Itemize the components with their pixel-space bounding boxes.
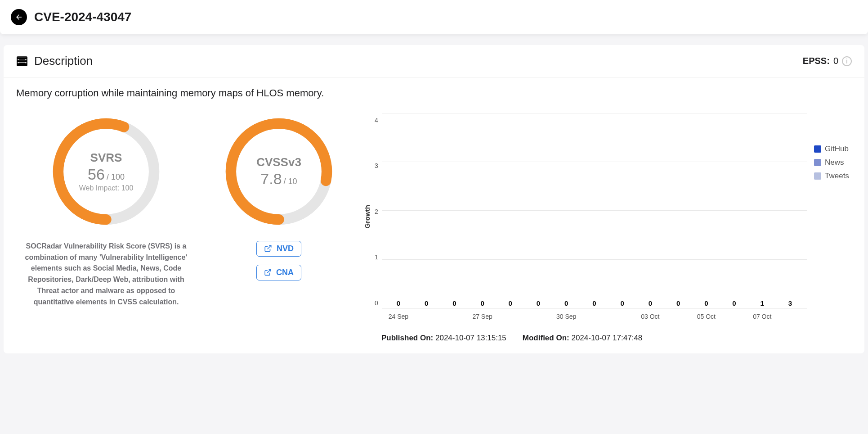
modified-label: Modified On:: [523, 334, 569, 342]
chart-bar: 0: [664, 299, 692, 308]
list-icon: [16, 55, 28, 67]
chart-xaxis: 24 Sep27 Sep30 Sep03 Oct05 Oct07 Oct: [382, 308, 807, 320]
chart-bar: 0: [608, 299, 636, 308]
info-icon[interactable]: i: [842, 56, 852, 66]
description-card: Description EPSS: 0 i Memory corruption …: [4, 45, 864, 353]
cna-label: CNA: [276, 268, 294, 277]
modified-value: 2024-10-07 17:47:48: [571, 334, 642, 342]
svrs-value: 56: [88, 166, 105, 183]
back-button[interactable]: [11, 9, 27, 25]
chart-plot: 000000000000013: [382, 113, 807, 308]
chart-bar: 3: [776, 299, 804, 308]
chart-bar: 0: [385, 299, 412, 308]
epss-value: 0: [833, 56, 838, 66]
legend-item[interactable]: GitHub: [814, 145, 852, 154]
cvss-title: CVSSv3: [256, 155, 301, 169]
cna-link[interactable]: CNA: [256, 265, 301, 280]
cvss-value: 7.8: [260, 170, 282, 188]
legend-item[interactable]: News: [814, 158, 852, 167]
chart-ylabel: Growth: [362, 205, 371, 229]
chart-bar: 0: [412, 299, 440, 308]
chart-bar: 0: [636, 299, 664, 308]
growth-chart: Growth 43210 000000000000013 24 Sep27 Se…: [362, 113, 852, 343]
back-arrow-icon: [15, 13, 23, 21]
published-label: Published On:: [381, 334, 433, 342]
published-value: 2024-10-07 13:15:15: [435, 334, 506, 342]
svrs-metric: SVRS 56 / 100 Web Impact: 100 SOCRadar V…: [16, 113, 196, 308]
timestamps: Published On: 2024-10-07 13:15:15 Modifi…: [362, 334, 852, 343]
svrs-caption: SOCRadar Vulnerability Risk Score (SVRS)…: [21, 241, 192, 308]
cvss-metric: CVSSv3 7.8 / 10 NVD: [207, 113, 351, 280]
external-link-icon: [264, 244, 272, 253]
chart-bar: 0: [692, 299, 720, 308]
epss-display: EPSS: 0 i: [803, 56, 852, 66]
chart-yaxis: 43210: [375, 113, 382, 320]
cvss-max: / 10: [284, 177, 297, 186]
card-header: Description EPSS: 0 i: [4, 45, 864, 77]
chart-bar: 0: [720, 299, 748, 308]
card-title: Description: [34, 54, 93, 68]
chart-bar: 0: [580, 299, 608, 308]
description-text: Memory corruption while maintaining memo…: [16, 86, 852, 100]
chart-bar: 0: [497, 299, 524, 308]
external-link-icon: [264, 268, 272, 277]
svrs-max: / 100: [107, 172, 125, 182]
svrs-title: SVRS: [90, 151, 122, 165]
legend-item[interactable]: Tweets: [814, 172, 852, 181]
chart-bar: 0: [468, 299, 496, 308]
chart-bar: 1: [748, 299, 776, 308]
epss-label: EPSS:: [803, 56, 830, 66]
chart-bar: 0: [440, 299, 468, 308]
chart-bar: 0: [524, 299, 552, 308]
nvd-link[interactable]: NVD: [256, 241, 301, 257]
page-header: CVE-2024-43047: [0, 0, 868, 34]
chart-bar: 0: [552, 299, 580, 308]
svrs-sub: Web Impact: 100: [79, 184, 134, 192]
chart-legend: GitHubNewsTweets: [807, 113, 852, 320]
nvd-label: NVD: [277, 244, 294, 253]
page-title: CVE-2024-43047: [34, 10, 131, 24]
